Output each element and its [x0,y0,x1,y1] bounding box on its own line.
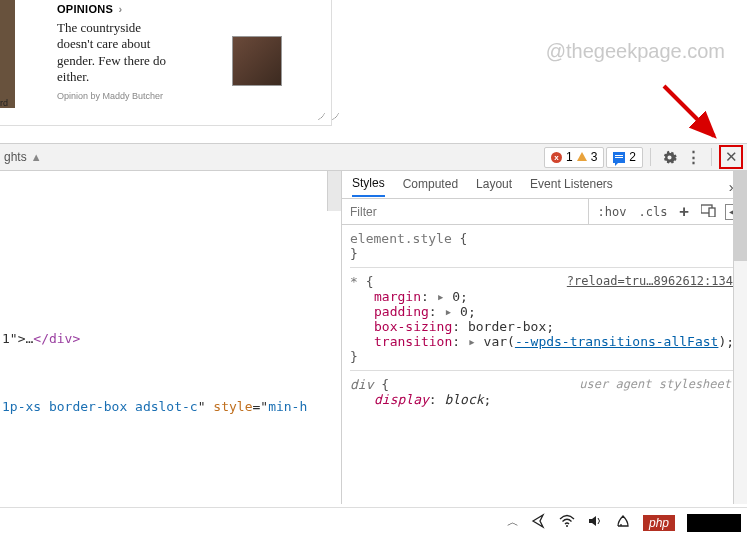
page-strip-label: rd [0,98,8,108]
styles-filter-row: :hov .cls + ◀ [342,199,747,225]
pin-icon[interactable]: ▲ [31,151,42,163]
elements-panel[interactable]: 1">…</div> 1p-xs border-box adslot-c" st… [0,171,342,504]
svg-rect-2 [709,208,715,217]
dom-node-line[interactable]: 1p-xs border-box adslot-c" style="min-h [2,399,307,414]
tray-expand-icon[interactable]: ︿ [507,514,519,531]
ink-icon[interactable] [615,513,631,532]
devtools-close-button[interactable]: ✕ [719,145,743,169]
ua-stylesheet-label: user agent stylesheet [579,377,731,391]
opinions-header[interactable]: OPINIONS › [57,3,167,15]
tab-styles[interactable]: Styles [352,176,385,197]
issues-badge[interactable]: x 1 3 [544,147,604,168]
watermark: @thegeekpage.com [546,40,725,63]
close-icon: ✕ [725,148,738,166]
dom-node-line[interactable]: 1">…</div> [2,331,80,346]
message-count: 2 [629,150,636,164]
styles-panel: Styles Computed Layout Event Listeners »… [342,171,747,504]
tab-event-listeners[interactable]: Event Listeners [530,177,613,196]
css-rule-div[interactable]: user agent stylesheet div { display: blo… [350,375,739,413]
styles-tabs: Styles Computed Layout Event Listeners » [342,171,747,199]
page-preview: rd OPINIONS › The countryside doesn't ca… [0,0,332,126]
opinions-header-text: OPINIONS [57,3,113,15]
message-icon [613,152,625,163]
css-rule-star[interactable]: ?reload=tru…8962612:134 * { margin: ▸ 0;… [350,272,739,371]
tab-computed[interactable]: Computed [403,177,458,196]
hov-toggle[interactable]: :hov [595,205,630,219]
css-rule-element-style[interactable]: element.style { } [350,229,739,268]
error-count: 1 [566,150,573,164]
css-rules-body[interactable]: element.style { } ?reload=tru…8962612:13… [342,225,747,504]
tab-layout[interactable]: Layout [476,177,512,196]
divider [650,148,651,166]
taskbar-redacted [687,514,741,532]
new-rule-button[interactable]: + [676,202,692,221]
device-toolbar-icon[interactable] [698,204,719,220]
toolbar-tab-fragment[interactable]: ghts [4,150,27,164]
scrollbar-thumb[interactable] [734,171,747,261]
styles-filter-input[interactable] [342,199,589,224]
page-strip [0,0,15,108]
devtools-toolbar: ghts ▲ x 1 3 2 ⋮ ✕ [0,143,747,171]
warning-count: 3 [591,150,598,164]
opinions-block[interactable]: OPINIONS › The countryside doesn't care … [57,3,167,101]
volume-icon[interactable] [587,513,603,532]
opinions-byline: Opinion by Maddy Butcher [57,91,167,101]
more-vert-icon: ⋮ [686,148,700,166]
more-button[interactable]: ⋮ [682,146,704,168]
highlight-arrow [659,78,729,148]
opinions-thumbnail[interactable] [232,36,282,86]
opinions-article-title[interactable]: The countryside doesn't care about gende… [57,20,167,85]
svg-line-0 [664,86,714,136]
messages-badge[interactable]: 2 [606,147,643,168]
chevron-right-icon: › [119,3,123,15]
error-icon: x [551,152,562,163]
taskbar: ︿ php [0,507,747,537]
php-badge[interactable]: php [643,515,675,531]
resize-handle-icon[interactable]: ⟋⟋ [315,109,329,123]
rule-source-link[interactable]: ?reload=tru…8962612:134 [567,274,733,288]
gear-icon [662,150,677,165]
svg-point-3 [566,525,568,527]
styles-scrollbar[interactable] [733,171,747,504]
scrollbar-thumb[interactable] [327,171,341,211]
cls-toggle[interactable]: .cls [635,205,670,219]
divider [711,148,712,166]
warning-icon [577,152,587,161]
wifi-icon[interactable] [559,513,575,532]
settings-button[interactable] [658,146,680,168]
location-icon[interactable] [531,513,547,532]
